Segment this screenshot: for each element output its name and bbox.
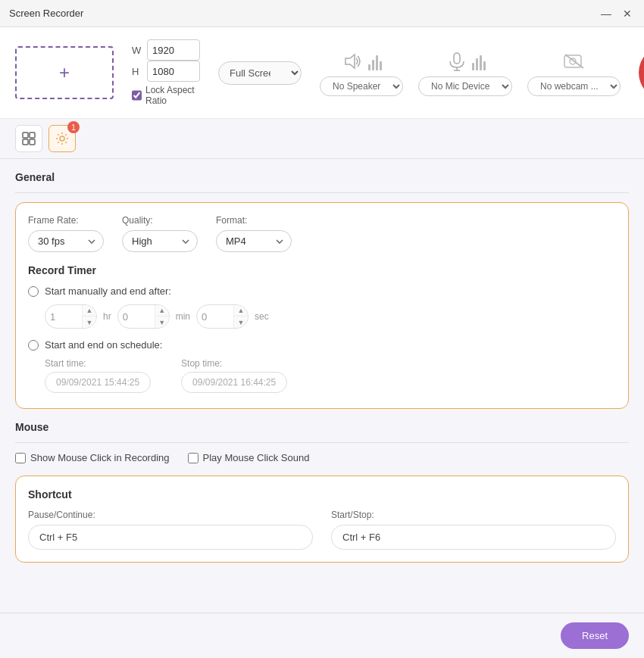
svg-rect-8 <box>30 133 35 138</box>
rec-button[interactable]: REC <box>639 45 644 100</box>
svg-rect-4 <box>564 55 581 67</box>
capture-plus-icon: + <box>59 62 70 83</box>
general-section: General Frame Rate: 30 fps Quality: High <box>15 171 629 409</box>
shortcut-card: Shortcut Pause/Continue: Ctrl + F5 Start… <box>15 476 629 563</box>
time-inputs: ▲ ▼ hr ▲ ▼ min <box>45 304 616 329</box>
webcam-select[interactable]: No webcam ... <box>527 76 621 96</box>
mic-icon-row <box>445 49 486 73</box>
svg-marker-0 <box>345 55 355 68</box>
mouse-divider <box>15 442 629 443</box>
start-time-value[interactable]: 09/09/2021 15:44:25 <box>45 372 151 393</box>
hr-input[interactable] <box>45 305 82 328</box>
frame-rate-select[interactable]: 30 fps <box>28 230 104 252</box>
settings-panel: General Frame Rate: 30 fps Quality: High <box>0 159 644 613</box>
footer: Reset <box>0 613 644 658</box>
webcam-icon <box>562 49 586 73</box>
layout-button[interactable] <box>15 125 42 152</box>
audio-controls: No Speaker <box>320 49 621 96</box>
speaker-select[interactable]: No Speaker <box>320 76 403 96</box>
shortcut-section: Shortcut Pause/Continue: Ctrl + F5 Start… <box>15 476 629 563</box>
webcam-device: No webcam ... <box>527 49 621 96</box>
dimensions-group: W H Lock Aspect Ratio <box>132 39 200 106</box>
start-stop-value[interactable]: Ctrl + F6 <box>331 525 616 550</box>
record-timer-section: Record Timer Start manually and end afte… <box>28 264 616 393</box>
general-divider <box>15 192 629 193</box>
screen-select[interactable]: Full Screen <box>218 61 302 85</box>
mic-device: No Mic Device <box>418 49 512 96</box>
lock-aspect-row: Lock Aspect Ratio <box>132 85 200 106</box>
settings-badge: 1 <box>67 121 80 133</box>
min-up-btn[interactable]: ▲ <box>155 305 169 317</box>
speaker-icon-row <box>341 49 382 73</box>
reset-button[interactable]: Reset <box>561 622 629 649</box>
show-click-checkbox[interactable] <box>15 453 26 463</box>
min-input[interactable] <box>118 305 155 328</box>
hr-input-wrapper: ▲ ▼ <box>45 304 97 329</box>
general-settings-row: Frame Rate: 30 fps Quality: High Format: <box>28 215 616 252</box>
svg-point-11 <box>60 136 64 141</box>
sec-spinners: ▲ ▼ <box>233 305 248 328</box>
svg-rect-7 <box>23 133 28 138</box>
shortcut-row: Pause/Continue: Ctrl + F5 Start/Stop: Ct… <box>28 510 616 550</box>
mouse-section: Mouse Show Mouse Click in Recording Play… <box>15 421 629 463</box>
app-title: Screen Recorder <box>9 8 83 19</box>
window-controls: — ✕ <box>599 6 635 21</box>
general-title: General <box>15 171 629 183</box>
sec-down-btn[interactable]: ▼ <box>234 317 248 328</box>
svg-rect-9 <box>23 139 28 145</box>
width-row: W <box>132 39 200 61</box>
quality-select[interactable]: High <box>122 230 198 252</box>
play-click-sound-label: Play Mouse Click Sound <box>203 452 310 463</box>
pause-continue-label: Pause/Continue: <box>28 510 313 520</box>
stop-time-label: Stop time: <box>181 358 287 369</box>
sub-toolbar: 1 <box>0 119 644 159</box>
hr-spinners: ▲ ▼ <box>82 305 96 328</box>
quality-label: Quality: <box>122 215 198 226</box>
lock-aspect-label: Lock Aspect Ratio <box>145 85 200 106</box>
format-field: Format: MP4 <box>216 215 292 252</box>
manual-option: Start manually and end after: <box>28 285 616 297</box>
schedule-inputs: Start time: 09/09/2021 15:44:25 Stop tim… <box>45 358 616 393</box>
mic-icon <box>445 49 469 73</box>
show-click-label: Show Mouse Click in Recording <box>30 452 170 463</box>
mic-select[interactable]: No Mic Device <box>418 76 512 96</box>
svg-rect-10 <box>30 139 35 145</box>
sec-up-btn[interactable]: ▲ <box>234 305 248 317</box>
mouse-options: Show Mouse Click in Recording Play Mouse… <box>15 452 629 463</box>
play-click-sound-option: Play Mouse Click Sound <box>188 452 310 463</box>
frame-rate-field: Frame Rate: 30 fps <box>28 215 104 252</box>
schedule-radio[interactable] <box>28 340 39 351</box>
mic-bars <box>472 52 486 70</box>
height-input[interactable] <box>147 61 200 82</box>
capture-area[interactable]: + <box>15 46 114 99</box>
svg-rect-1 <box>454 53 460 64</box>
schedule-label: Start and end on schedule: <box>45 339 162 351</box>
width-label: W <box>132 45 142 56</box>
manual-radio[interactable] <box>28 286 39 297</box>
sec-unit: sec <box>255 311 269 322</box>
general-card: Frame Rate: 30 fps Quality: High Format: <box>15 202 629 409</box>
hr-down-btn[interactable]: ▼ <box>83 317 96 328</box>
sec-input[interactable] <box>197 305 233 328</box>
minimize-button[interactable]: — <box>599 6 614 21</box>
stop-time-value[interactable]: 09/09/2021 16:44:25 <box>181 372 287 393</box>
toolbar: + W H Lock Aspect Ratio Full Screen <box>0 27 644 119</box>
speaker-bars <box>368 52 382 70</box>
lock-aspect-checkbox[interactable] <box>132 90 142 101</box>
min-input-wrapper: ▲ ▼ <box>117 304 170 329</box>
play-click-sound-checkbox[interactable] <box>188 453 199 463</box>
pause-continue-value[interactable]: Ctrl + F5 <box>28 525 313 550</box>
width-input[interactable] <box>147 39 200 61</box>
webcam-icon-row <box>562 49 586 73</box>
speaker-icon <box>341 49 365 73</box>
start-time-field: Start time: 09/09/2021 15:44:25 <box>45 358 151 393</box>
hr-up-btn[interactable]: ▲ <box>83 305 96 317</box>
start-stop-label: Start/Stop: <box>331 510 616 520</box>
settings-button[interactable]: 1 <box>48 125 76 152</box>
title-bar: Screen Recorder — ✕ <box>0 0 644 27</box>
close-button[interactable]: ✕ <box>620 6 635 21</box>
height-label: H <box>132 66 142 77</box>
format-select[interactable]: MP4 <box>216 230 292 252</box>
min-down-btn[interactable]: ▼ <box>155 317 169 328</box>
min-spinners: ▲ ▼ <box>155 305 169 328</box>
